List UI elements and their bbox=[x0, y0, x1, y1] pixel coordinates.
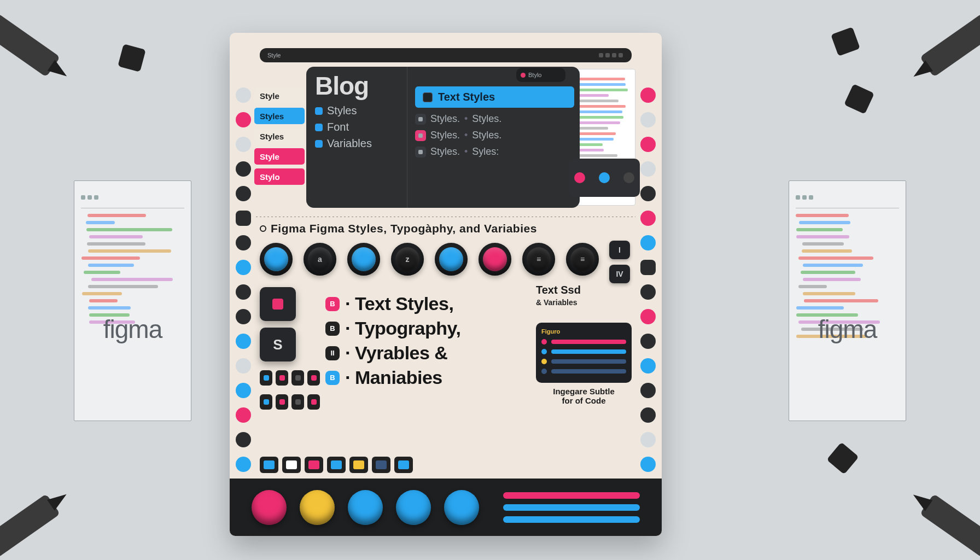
gutter-dot-icon bbox=[640, 211, 656, 226]
text-styles-pill[interactable]: Text Styles bbox=[415, 86, 574, 108]
hex-decoration bbox=[826, 442, 859, 474]
key-button[interactable] bbox=[305, 457, 323, 473]
gutter-dot-icon bbox=[236, 334, 251, 349]
mini-key[interactable] bbox=[307, 370, 320, 386]
panel-chip: Btylo bbox=[516, 68, 565, 82]
cube-icon bbox=[415, 130, 426, 141]
round-button[interactable]: ≡ bbox=[522, 243, 555, 276]
dot-icon bbox=[574, 172, 585, 183]
key-button[interactable] bbox=[260, 457, 278, 473]
gutter-dot-icon bbox=[640, 186, 656, 201]
feature-list-item: B · Maniabies bbox=[325, 367, 536, 388]
bar-indicator bbox=[503, 492, 640, 499]
hex-decoration bbox=[844, 84, 874, 114]
gutter-dot-icon bbox=[236, 235, 251, 250]
panel-row[interactable]: Styles. • Syles: bbox=[415, 146, 574, 158]
swatch-button[interactable] bbox=[252, 490, 287, 525]
key-button[interactable] bbox=[349, 457, 368, 473]
hex-decoration bbox=[831, 27, 860, 56]
square-icon bbox=[423, 92, 433, 102]
key-button[interactable] bbox=[372, 457, 390, 473]
gutter-dot-icon bbox=[640, 309, 656, 324]
round-button[interactable] bbox=[479, 243, 511, 276]
round-button[interactable]: a bbox=[304, 243, 336, 276]
key-button[interactable] bbox=[282, 457, 301, 473]
slider-row[interactable] bbox=[541, 359, 626, 364]
panel-row[interactable]: Styles. • Styles. bbox=[415, 130, 574, 141]
panel-item[interactable]: Variables bbox=[315, 137, 401, 150]
pen-decoration bbox=[0, 13, 60, 77]
code-card-right: figma bbox=[789, 180, 906, 421]
slider-row[interactable] bbox=[541, 339, 626, 345]
sidebar-tag[interactable]: Style bbox=[254, 88, 305, 104]
dot-icon bbox=[599, 172, 610, 183]
gutter-dot-icon bbox=[236, 284, 251, 300]
gutter-dot-icon bbox=[236, 211, 251, 226]
round-button[interactable]: z bbox=[391, 243, 424, 276]
sidebar-tag[interactable]: Styles bbox=[254, 128, 305, 144]
mini-key[interactable] bbox=[276, 394, 288, 410]
gutter-dot-icon bbox=[236, 186, 251, 201]
tile-button[interactable]: S bbox=[260, 328, 296, 361]
round-button[interactable]: ≡ bbox=[566, 243, 599, 276]
hex-decoration bbox=[118, 44, 145, 72]
slider-row[interactable] bbox=[541, 369, 626, 374]
gutter-dot-icon bbox=[640, 235, 656, 250]
side-square-button[interactable]: I bbox=[609, 241, 630, 259]
key-row bbox=[260, 457, 413, 473]
gutter-dot-icon bbox=[640, 334, 656, 349]
mini-key[interactable] bbox=[291, 370, 304, 386]
swatch-button[interactable] bbox=[300, 490, 335, 525]
badge-icon: II bbox=[325, 346, 340, 360]
sidebar-tag[interactable]: Styles bbox=[254, 108, 305, 124]
cube-icon bbox=[415, 147, 426, 158]
text-variables-label: Text Ssd & Variables bbox=[536, 284, 632, 307]
slider-track bbox=[551, 340, 626, 344]
slider-track bbox=[551, 359, 626, 364]
gutter-dot-icon bbox=[640, 88, 656, 103]
mini-key[interactable] bbox=[260, 370, 272, 386]
round-button[interactable] bbox=[260, 243, 293, 276]
brand-label: figma bbox=[74, 314, 191, 344]
panel-row[interactable]: Styles. • Styles. bbox=[415, 113, 574, 125]
panel-item[interactable]: Styles bbox=[315, 104, 401, 117]
gutter-dot-icon bbox=[640, 161, 656, 177]
dot-icon bbox=[541, 339, 547, 345]
dot-icon bbox=[541, 359, 547, 364]
slider-row[interactable] bbox=[541, 349, 626, 354]
mini-key[interactable] bbox=[307, 394, 320, 410]
gutter-dot-icon bbox=[236, 457, 251, 472]
key-button[interactable] bbox=[394, 457, 413, 473]
gutter-dot-icon bbox=[236, 137, 251, 152]
gutter-dot-icon bbox=[236, 88, 251, 103]
mini-panel bbox=[569, 159, 640, 197]
mini-key-row bbox=[260, 370, 320, 386]
swatch-button[interactable] bbox=[444, 490, 479, 525]
round-button[interactable] bbox=[435, 243, 468, 276]
swatch-button[interactable] bbox=[396, 490, 431, 525]
round-button[interactable] bbox=[347, 243, 380, 276]
feature-list-item: B · Text Styles, bbox=[325, 293, 536, 314]
sidebar-tags: StyleStylesStylesStyleStylo bbox=[254, 88, 305, 185]
sidebar-tag[interactable]: Style bbox=[254, 148, 305, 165]
side-square-column: IIV bbox=[604, 241, 635, 283]
badge-icon: B bbox=[325, 297, 340, 311]
styles-panel: Blog Styles Font Variables Text Styles S… bbox=[306, 67, 580, 208]
sidebar-tag[interactable]: Stylo bbox=[254, 168, 305, 185]
mini-key[interactable] bbox=[291, 394, 304, 410]
bullet-icon bbox=[260, 225, 266, 232]
gutter-dot-icon bbox=[640, 260, 656, 275]
tile-column: S bbox=[260, 287, 320, 410]
key-button[interactable] bbox=[327, 457, 346, 473]
tile-button[interactable] bbox=[260, 287, 296, 321]
topstrip-left-label: Style bbox=[267, 52, 281, 59]
gutter-dot-icon bbox=[236, 260, 251, 275]
mini-key[interactable] bbox=[276, 370, 288, 386]
poster-board: Style StyleStylesStylesStyleStylo Btylo … bbox=[230, 33, 662, 536]
panel-item[interactable]: Font bbox=[315, 121, 401, 133]
slider-track bbox=[551, 369, 626, 374]
swatch-button[interactable] bbox=[348, 490, 383, 525]
code-card-left: figma bbox=[74, 180, 191, 421]
side-square-button[interactable]: IV bbox=[609, 265, 630, 283]
mini-key[interactable] bbox=[260, 394, 272, 410]
